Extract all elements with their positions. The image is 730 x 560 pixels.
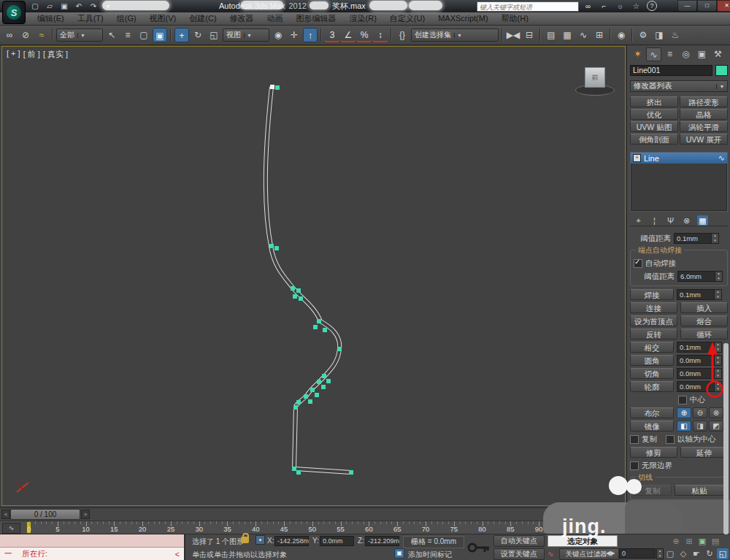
configure-modifier-sets-icon[interactable]: ▦: [697, 215, 708, 226]
curve-editor-icon[interactable]: ∿: [576, 28, 591, 42]
first-vertex[interactable]: [270, 85, 274, 89]
boolean-subtraction-icon[interactable]: ⊖: [693, 407, 707, 418]
boolean-union-icon[interactable]: ⊕: [677, 407, 691, 418]
menu-item-1[interactable]: 工具(T): [71, 12, 110, 25]
spline-vertex-10[interactable]: [337, 347, 342, 351]
schematic-view-icon[interactable]: ⊞: [592, 28, 607, 42]
tab-hierarchy[interactable]: ≡: [662, 47, 677, 61]
viewport-shading-menu[interactable]: [ 真实 ]: [43, 49, 68, 60]
weld-spinner[interactable]: 0.1mm ▲▼: [677, 289, 722, 300]
favorites-star-icon[interactable]: ☆: [631, 2, 642, 10]
spline-vertex-13[interactable]: [317, 380, 321, 384]
cross-insert-button[interactable]: 相交: [630, 342, 674, 353]
spinner-snap-icon[interactable]: ↕: [373, 28, 388, 42]
search-icon[interactable]: ∞: [583, 2, 593, 10]
open-mini-curve-editor-button[interactable]: ∿: [2, 523, 20, 534]
spline-vertex-19[interactable]: [296, 400, 301, 404]
open-file-icon[interactable]: ▱: [44, 1, 55, 11]
align-icon[interactable]: ⊟: [522, 28, 537, 42]
panel-scrollbar[interactable]: [723, 343, 729, 534]
pin-stack-icon[interactable]: ⌖: [633, 215, 644, 226]
spline-vertex-12[interactable]: [326, 379, 331, 383]
time-slider-track[interactable]: < 0 / 100 >: [0, 507, 626, 521]
chamfer-button[interactable]: 切角: [630, 368, 674, 379]
spline-vertex-7[interactable]: [317, 319, 321, 323]
tab-create[interactable]: ✶: [630, 47, 645, 61]
autoweld-threshold-spinner[interactable]: 6.0mm ▲▼: [677, 271, 723, 282]
connect-button[interactable]: 连接: [630, 302, 677, 313]
extend-button[interactable]: 延伸: [680, 447, 728, 458]
default-tangent-icon[interactable]: ∿: [548, 550, 553, 558]
spline-vertex-17[interactable]: [304, 394, 308, 399]
spline-vertex-1[interactable]: [269, 244, 274, 248]
cycle-button[interactable]: 循环: [680, 329, 728, 340]
menu-item-0[interactable]: 编辑(E): [31, 12, 71, 25]
mirror-horizontal-icon[interactable]: ◧: [677, 421, 691, 431]
keyboard-shortcut-override-icon[interactable]: ↑: [303, 28, 318, 42]
reference-coordinate-system-dropdown[interactable]: 视图▼: [223, 28, 269, 42]
menu-item-9[interactable]: 自定义(U): [383, 12, 431, 25]
remove-modifier-icon[interactable]: ⊗: [681, 215, 692, 226]
modifier-button-0[interactable]: 挤出: [630, 96, 678, 107]
new-file-icon[interactable]: ▢: [29, 1, 41, 11]
infocenter-search[interactable]: [477, 1, 579, 12]
mirror-vertical-icon[interactable]: ◨: [693, 421, 707, 431]
modifier-button-1[interactable]: 路径变形: [680, 96, 728, 107]
chevron-down-icon[interactable]: ▼: [716, 84, 727, 89]
reverse-button[interactable]: 反转: [630, 329, 677, 340]
save-file-icon[interactable]: ▣: [58, 1, 70, 11]
show-end-result-icon[interactable]: ¦: [649, 215, 660, 226]
z-coordinate-field[interactable]: -212.209m: [365, 536, 399, 546]
modifier-stack[interactable]: + Line ∿: [630, 152, 728, 212]
spline-vertex-23[interactable]: [349, 470, 353, 475]
spinner-arrows[interactable]: ▲▼: [715, 272, 722, 281]
tab-utilities[interactable]: ⚒: [710, 47, 726, 61]
menu-item-11[interactable]: 帮助(H): [495, 12, 535, 25]
time-tag-icon[interactable]: ▣: [394, 548, 404, 559]
tab-motion[interactable]: ◎: [678, 47, 694, 61]
help-icon[interactable]: ?: [647, 1, 657, 11]
viewcube-front-face[interactable]: 前: [585, 67, 605, 88]
menu-item-10[interactable]: MAXScript(M): [431, 12, 494, 25]
listener-pane[interactable]: 一 所在行: <: [0, 548, 184, 560]
key-mode-toggle-icon[interactable]: ◀▶: [606, 550, 615, 556]
spinner-arrows[interactable]: ▲▼: [714, 356, 721, 365]
menu-item-5[interactable]: 修改器: [223, 12, 261, 25]
menu-item-8[interactable]: 渲染(R): [343, 12, 383, 25]
percent-snap-icon[interactable]: %: [357, 28, 372, 42]
spline-vertex-16[interactable]: [315, 393, 319, 397]
layer-manager-icon[interactable]: ▤: [544, 28, 558, 42]
material-editor-icon[interactable]: ◉: [614, 28, 629, 42]
boolean-button[interactable]: 布尔: [630, 407, 674, 418]
spinner-arrows[interactable]: ▲▼: [714, 382, 721, 391]
sign-in-key-icon[interactable]: ⌐: [599, 2, 610, 10]
set-key-button[interactable]: 设置关键点: [493, 548, 545, 560]
modifier-button-5[interactable]: 涡轮平滑: [680, 121, 728, 132]
frame-spinner[interactable]: ▲▼: [656, 548, 664, 559]
spline-vertex-9[interactable]: [323, 328, 327, 332]
angle-snap-icon[interactable]: ∠: [341, 28, 356, 42]
spline-vertex-14[interactable]: [321, 385, 326, 389]
window-crossing-toggle-icon[interactable]: ▣: [153, 28, 167, 42]
select-and-rotate-icon[interactable]: ↻: [191, 28, 205, 42]
graphite-ribbon-icon[interactable]: ▦: [560, 28, 575, 42]
stack-item-line[interactable]: + Line ∿: [631, 153, 727, 164]
named-selection-sets-dropdown[interactable]: 创建选择集▼: [411, 28, 499, 42]
maximize-button[interactable]: □: [697, 0, 717, 12]
rectangular-selection-region-icon[interactable]: ▢: [137, 28, 151, 42]
search-input[interactable]: [477, 3, 578, 12]
select-and-manipulate-icon[interactable]: ✛: [287, 28, 301, 42]
pan-icon[interactable]: ☛: [691, 548, 702, 559]
chamfer-spinner[interactable]: 0.0mm ▲▼: [677, 368, 722, 379]
spline-vertex-15[interactable]: [310, 388, 315, 392]
minimize-button[interactable]: —: [677, 0, 697, 12]
set-keys-key-icon[interactable]: [467, 537, 491, 558]
spinner-arrows[interactable]: ▲▼: [714, 342, 721, 352]
fillet-spinner[interactable]: 0.0mm ▲▼: [677, 355, 722, 366]
redo-icon[interactable]: ↷: [88, 1, 99, 11]
modifier-button-2[interactable]: 优化: [630, 109, 678, 120]
track-bar[interactable]: ∿ 05101520253035404550556065707580859095: [0, 521, 626, 534]
make-unique-icon[interactable]: Ψ: [665, 215, 676, 226]
edit-named-selection-sets-icon[interactable]: {}: [395, 28, 410, 42]
maximize-viewport-toggle-icon[interactable]: ◱: [717, 548, 729, 559]
